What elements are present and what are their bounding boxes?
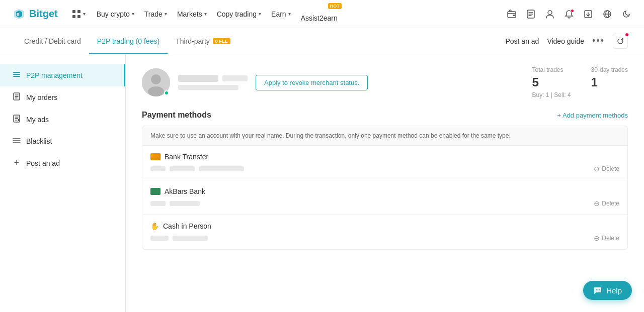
svg-point-20 <box>148 86 164 96</box>
cash-name: Cash in Person <box>163 222 211 230</box>
notification-icon[interactable] <box>564 9 575 20</box>
delete-circle-icon: ⊖ <box>594 165 600 173</box>
my-ads-icon <box>12 115 21 125</box>
ph-1 <box>150 236 169 241</box>
nav-markets[interactable]: Markets ▾ <box>172 0 212 28</box>
hot-badge: HOT <box>328 3 342 9</box>
fee-badge: 0 FEE <box>213 38 230 44</box>
help-button[interactable]: Help <box>583 281 632 300</box>
nav-chevron: ▾ <box>288 11 291 17</box>
akbars-header: AkBars Bank <box>150 187 619 195</box>
svg-point-8 <box>548 11 552 15</box>
nav-chevron: ▾ <box>165 11 167 17</box>
p2p-management-icon <box>12 70 21 80</box>
download-icon[interactable] <box>583 9 594 20</box>
svg-point-19 <box>151 74 161 84</box>
avatar <box>142 68 170 96</box>
tabs-actions: Post an ad Video guide ••• <box>505 34 628 49</box>
online-indicator <box>164 90 169 95</box>
cash-placeholders <box>150 236 208 241</box>
bank-transfer-details: ⊖ Delete <box>150 165 619 173</box>
bank-transfer-delete[interactable]: ⊖ Delete <box>594 165 619 173</box>
main-layout: P2P management My orders My ads <box>0 54 644 312</box>
profile-section: Apply to revoke merchant status. Total t… <box>142 66 628 98</box>
sidebar-item-blacklist[interactable]: Blacklist <box>0 131 125 152</box>
chat-icon <box>593 286 602 295</box>
payment-method-bank-transfer: Bank Transfer ⊖ Delete <box>142 146 627 180</box>
ph-1 <box>150 201 166 206</box>
nav-chevron: ▾ <box>204 11 207 17</box>
profile-name-row <box>178 75 248 82</box>
svg-rect-14 <box>13 76 20 77</box>
svg-rect-6 <box>513 15 515 16</box>
blacklist-icon <box>12 137 21 146</box>
payment-methods-section: Payment methods + Add payment methods Ma… <box>142 111 628 250</box>
sidebar-item-p2p-management[interactable]: P2P management <box>0 64 125 86</box>
more-options[interactable]: ••• <box>592 36 605 46</box>
sidebar-item-post-ad[interactable]: + Post an ad <box>0 152 125 174</box>
ph-2 <box>170 166 195 171</box>
cash-header: ✋ Cash in Person <box>150 222 619 230</box>
theme-icon[interactable] <box>621 9 632 20</box>
nav-buy-crypto[interactable]: Buy crypto ▾ <box>92 0 139 28</box>
day30-stat: 30-day trades 1 <box>591 66 628 98</box>
grid-menu[interactable]: ▾ <box>68 0 90 28</box>
nav-chevron: ▾ <box>259 11 261 17</box>
svg-point-22 <box>598 289 599 290</box>
wallet-icon[interactable] <box>506 9 517 20</box>
payment-method-cash: ✋ Cash in Person ⊖ Delete <box>142 215 627 249</box>
cash-delete[interactable]: ⊖ Delete <box>594 234 619 242</box>
sidebar-item-p2p-management-label: P2P management <box>26 71 83 79</box>
language-icon[interactable] <box>602 9 613 20</box>
refresh-icon[interactable] <box>613 34 628 49</box>
bank-transfer-header: Bank Transfer <box>150 153 619 161</box>
notification-dot <box>571 9 574 13</box>
payment-header: Payment methods + Add payment methods <box>142 111 628 120</box>
sidebar-item-my-orders[interactable]: My orders <box>0 86 125 109</box>
profile-tag <box>222 75 248 81</box>
nav-trade[interactable]: Trade ▾ <box>139 0 172 28</box>
svg-rect-12 <box>13 72 20 73</box>
nav-chevron: ▾ <box>132 11 134 17</box>
payment-notice: Make sure to use an account with your re… <box>142 126 628 145</box>
svg-point-21 <box>596 289 597 290</box>
nav-assist2earn[interactable]: HOT Assist2earn <box>296 0 343 28</box>
svg-rect-2 <box>77 10 80 13</box>
ph-2 <box>170 201 200 206</box>
akbars-delete[interactable]: ⊖ Delete <box>594 199 619 207</box>
revoke-merchant-button[interactable]: Apply to revoke merchant status. <box>256 75 368 90</box>
cash-icon: ✋ <box>150 222 159 230</box>
profile-subtitle <box>178 85 238 90</box>
svg-rect-1 <box>72 10 75 13</box>
svg-rect-4 <box>77 15 80 18</box>
nav-copy-trading[interactable]: Copy trading ▾ <box>212 0 266 28</box>
delete-circle-icon: ⊖ <box>594 199 600 207</box>
logo[interactable]: B Bitget <box>12 7 58 21</box>
tab-third-party[interactable]: Third-party 0 FEE <box>168 28 238 54</box>
total-trades-stat: Total trades 5 Buy: 1 | Sell: 4 <box>532 66 571 98</box>
svg-rect-13 <box>13 74 20 75</box>
akbars-icon <box>150 188 160 195</box>
tab-credit-debit[interactable]: Credit / Debit card <box>16 28 89 54</box>
main-nav: Buy crypto ▾ Trade ▾ Markets ▾ Copy trad… <box>92 0 343 28</box>
sidebar-item-post-ad-label: Post an ad <box>26 159 60 167</box>
post-ad-link[interactable]: Post an ad <box>505 37 539 45</box>
ph-2 <box>173 236 208 241</box>
akbars-name: AkBars Bank <box>165 187 205 195</box>
payment-title: Payment methods <box>142 111 211 120</box>
nav-earn[interactable]: Earn ▾ <box>266 0 296 28</box>
header-right <box>506 9 632 20</box>
tab-p2p-trading[interactable]: P2P trading (0 fees) <box>89 28 168 54</box>
orders-icon[interactable] <box>525 9 536 20</box>
video-guide-link[interactable]: Video guide <box>547 37 584 45</box>
profile-icon[interactable] <box>544 9 555 20</box>
total-trades-detail: Buy: 1 | Sell: 4 <box>532 91 571 98</box>
sidebar-item-my-ads-label: My ads <box>26 116 49 124</box>
sidebar-item-my-ads[interactable]: My ads <box>0 109 125 131</box>
total-trades-value: 5 <box>532 75 571 89</box>
tabs-bar: Credit / Debit card P2P trading (0 fees)… <box>0 28 644 54</box>
add-payment-button[interactable]: + Add payment methods <box>557 112 628 119</box>
ph-3 <box>199 166 244 171</box>
main-content: Apply to revoke merchant status. Total t… <box>126 54 644 312</box>
bank-transfer-placeholders <box>150 166 244 171</box>
